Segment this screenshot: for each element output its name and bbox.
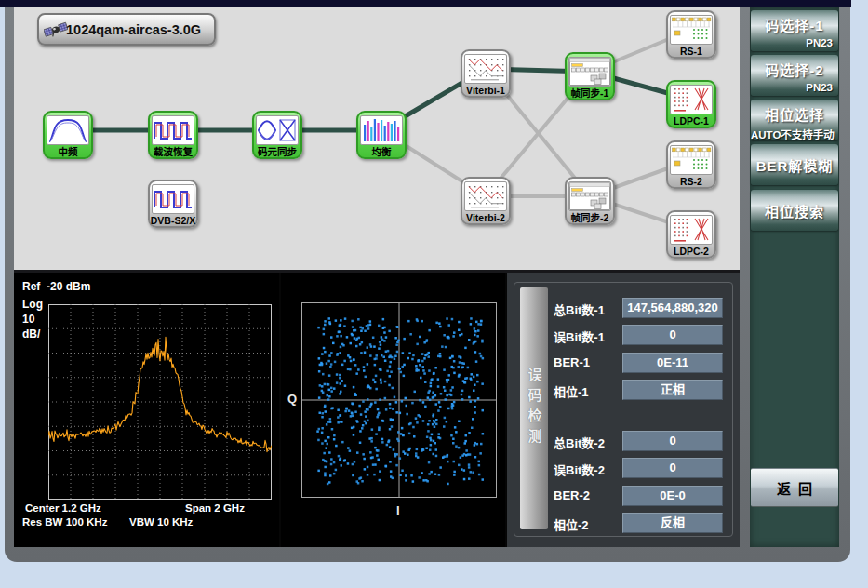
spectrum-svg [48, 304, 272, 500]
rs-icon [670, 15, 713, 45]
spectrum-plot [48, 304, 272, 500]
spectrum-vbw-label: VBW 10 KHz [129, 516, 193, 528]
node-label: Viterbi-1 [462, 84, 509, 97]
ber-row-value: 0 [622, 325, 723, 345]
ber-row-label: 误Bit数-1 [554, 327, 605, 345]
sidebar-button-1[interactable]: 码选择-1PN23 [751, 10, 838, 51]
sidebar-button-4[interactable]: BER解模糊 [751, 144, 838, 185]
node-label: 均衡 [358, 145, 405, 158]
node-viterbi1[interactable]: Viterbi-1 [461, 49, 511, 98]
window-frame: 1024qam-aircas-3.0G 中频载波恢复码元同步均衡DVB-S2/X… [5, 7, 850, 562]
frame-icon [568, 181, 611, 211]
signal-title-label: 1024qam-aircas-3.0G [66, 22, 201, 37]
spectrum-rbw-label: Res BW 100 KHz [22, 516, 107, 528]
node-label: 中频 [45, 145, 91, 158]
signal-title-button[interactable]: 1024qam-aircas-3.0G [37, 13, 216, 46]
spectrum-ref-text: Ref -20 dBm [22, 280, 90, 293]
ber-row-value: 0 [622, 458, 723, 478]
squarewave-icon [152, 184, 194, 214]
node-rs1[interactable]: RS-1 [666, 10, 716, 59]
ber-row-label: 相位-1 [554, 382, 589, 400]
sidebar-button-2[interactable]: 码选择-2PN23 [751, 55, 838, 96]
spectrum-span-label: Span 2 GHz [185, 502, 245, 514]
spectrum-icon [47, 115, 89, 145]
node-junheng[interactable]: 均衡 [356, 111, 407, 159]
node-zhen1[interactable]: 帧同步-1 [565, 52, 615, 100]
constellation-svg [301, 302, 497, 498]
node-label: RS-2 [668, 175, 714, 188]
spectrum-log-line2: 10 [22, 313, 34, 326]
sidebar-button-label: BER解模糊 [756, 155, 834, 175]
node-label: LDPC-1 [668, 114, 714, 127]
ber-row-label: 总Bit数-1 [554, 301, 605, 318]
bars-icon [360, 115, 403, 145]
node-label: 载波恢复 [150, 145, 196, 158]
ber-row-value: 0E-0 [622, 486, 723, 506]
ber-row-label: BER-1 [554, 355, 590, 369]
ldpc-icon [670, 85, 713, 114]
node-zhongpin[interactable]: 中频 [43, 111, 93, 159]
ber-row-value: 反相 [622, 513, 723, 533]
constellation-plot [301, 302, 497, 498]
eye-icon [256, 115, 299, 145]
sidebar-button-value: PN23 [751, 82, 838, 93]
node-ldpc1[interactable]: LDPC-1 [666, 80, 716, 128]
ber-row-label: 误Bit数-2 [554, 461, 605, 478]
node-rs2[interactable]: RS-2 [666, 140, 716, 189]
ber-panel: 误码检测 总Bit数-1147,564,880,320误Bit数-10BER-1… [507, 273, 740, 547]
sidebar-button-value: PN23 [751, 37, 838, 48]
spectrum-log-line1: Log [22, 298, 43, 311]
sidebar: 码选择-1PN23码选择-2PN23相位选择AUTO不支持手动BER解模糊相位搜… [750, 7, 839, 547]
ber-row-label: 总Bit数-2 [554, 434, 605, 451]
node-label: RS-1 [668, 45, 714, 58]
trellis-icon [464, 54, 507, 84]
top-bar [0, 0, 851, 7]
spectrum-log-line3: dB/ [22, 327, 40, 341]
sidebar-button-label: 码选择-1 [751, 15, 838, 34]
frame-icon [568, 57, 611, 87]
node-ldpc2[interactable]: LDPC-2 [666, 210, 716, 259]
trellis-icon [464, 181, 507, 211]
node-label: 帧同步-2 [567, 211, 613, 224]
satellite-icon [44, 18, 68, 42]
sidebar-button-label: 相位搜索 [765, 201, 824, 220]
node-label: 帧同步-1 [567, 87, 613, 100]
rs-icon [670, 145, 713, 175]
ldpc-icon [670, 215, 713, 245]
node-mayuan[interactable]: 码元同步 [252, 111, 302, 159]
sidebar-button-label: 相位选择 [751, 104, 838, 124]
ber-row-value: 0 [622, 431, 723, 451]
node-zhen2[interactable]: 帧同步-2 [565, 177, 615, 225]
diagram-canvas: 1024qam-aircas-3.0G 中频载波恢复码元同步均衡DVB-S2/X… [14, 7, 740, 270]
ber-row-label: BER-2 [554, 488, 590, 502]
ber-side-bar: 误码检测 [520, 287, 548, 529]
sidebar-button-value: AUTO不支持手动 [751, 127, 838, 141]
node-dvb[interactable]: DVB-S2/X [148, 180, 198, 228]
sidebar-button-5[interactable]: 相位搜索 [751, 190, 838, 231]
node-label: LDPC-2 [668, 245, 714, 258]
sidebar-button-label: 码选择-2 [751, 60, 838, 79]
constellation-panel: Q I [281, 273, 505, 547]
ber-row-value: 0E-11 [622, 353, 723, 373]
spectrum-panel: Ref -20 dBm Log 10 dB/ Center 1.2 GHz Sp… [14, 273, 279, 547]
node-zaibo[interactable]: 载波恢复 [148, 111, 198, 159]
constellation-i-label: I [396, 503, 400, 517]
ber-side-label: 误码检测 [525, 368, 544, 449]
constellation-q-label: Q [287, 392, 297, 406]
ber-row-value: 正相 [622, 380, 723, 400]
squarewave-icon [152, 115, 194, 145]
node-label: DVB-S2/X [150, 214, 196, 227]
ber-row-label: 相位-2 [554, 515, 589, 533]
node-viterbi2[interactable]: Viterbi-2 [461, 177, 511, 225]
node-label: Viterbi-2 [462, 211, 509, 224]
spectrum-center-label: Center 1.2 GHz [25, 502, 101, 514]
node-label: 码元同步 [254, 145, 300, 158]
back-button[interactable]: 返回 [751, 468, 838, 507]
ber-row-value: 147,564,880,320 [622, 298, 723, 318]
sidebar-button-3[interactable]: 相位选择AUTO不支持手动 [751, 100, 838, 140]
